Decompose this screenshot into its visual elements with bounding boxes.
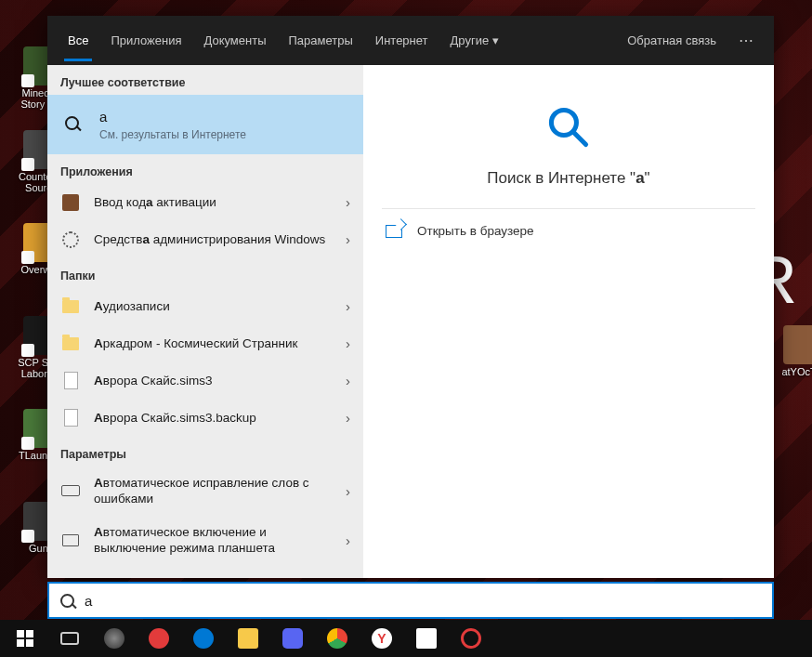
tab-documents[interactable]: Документы	[192, 16, 277, 65]
taskbar-app-edge[interactable]	[182, 620, 225, 657]
search-tabs: Все Приложения Документы Параметры Интер…	[47, 16, 774, 65]
taskbar-app-chrome[interactable]	[316, 620, 359, 657]
taskbar-app-record[interactable]	[450, 620, 492, 657]
taskbar: Y	[0, 620, 812, 657]
open-external-icon	[386, 225, 402, 238]
task-view-icon	[60, 632, 79, 645]
section-folders: Папки	[47, 258, 363, 288]
folder-result[interactable]: Аркадром - Космический Странник ›	[47, 325, 363, 362]
taskbar-app[interactable]	[93, 620, 136, 657]
section-apps: Приложения	[47, 154, 363, 184]
preview-title: Поиск в Интернете "a"	[487, 169, 649, 188]
gear-icon	[60, 230, 81, 250]
record-icon	[461, 628, 481, 649]
task-view-button[interactable]	[48, 620, 91, 657]
chevron-right-icon: ›	[346, 410, 350, 426]
taskbar-app-discord[interactable]	[271, 620, 314, 657]
keyboard-icon	[60, 480, 81, 501]
folder-icon	[60, 334, 81, 354]
tab-apps[interactable]: Приложения	[99, 16, 192, 65]
tab-web[interactable]: Интернет	[364, 16, 439, 65]
folder-icon	[60, 296, 81, 317]
tab-settings[interactable]: Параметры	[277, 16, 363, 65]
windows-icon	[17, 630, 33, 647]
tablet-icon	[60, 530, 81, 550]
search-icon	[60, 112, 86, 138]
opera-icon	[149, 628, 169, 649]
feedback-link[interactable]: Обратная связь	[620, 33, 724, 47]
chevron-right-icon: ›	[346, 194, 350, 210]
setting-result[interactable]: Автоматическое включение и выключение ре…	[47, 516, 363, 565]
file-result[interactable]: Аврора Скайс.sims3 ›	[47, 362, 363, 400]
app-result[interactable]: Средства администрирования Windows ›	[47, 221, 363, 258]
desktop-icon[interactable]: atYOcT...	[769, 325, 812, 377]
chevron-right-icon: ›	[346, 298, 350, 314]
taskbar-app-store[interactable]	[405, 620, 448, 657]
search-input[interactable]	[85, 593, 763, 609]
app-icon	[104, 628, 124, 649]
discord-icon	[282, 628, 303, 649]
taskbar-app-explorer[interactable]	[227, 620, 269, 657]
taskbar-app-opera[interactable]	[138, 620, 180, 657]
taskbar-app-yandex[interactable]: Y	[360, 620, 403, 657]
svg-line-1	[573, 132, 586, 145]
search-box[interactable]	[47, 582, 774, 619]
chevron-right-icon: ›	[346, 335, 350, 351]
chrome-icon	[327, 628, 347, 649]
chevron-right-icon: ›	[346, 373, 350, 388]
chevron-right-icon: ›	[346, 532, 350, 548]
options-menu-icon[interactable]: ⋯	[729, 32, 765, 49]
folder-icon	[238, 628, 258, 649]
store-icon	[416, 628, 437, 649]
setting-result[interactable]: Автоматическое исправление слов с ошибка…	[47, 466, 363, 516]
start-search-panel: Все Приложения Документы Параметры Интер…	[47, 16, 774, 578]
file-icon	[60, 371, 81, 391]
app-result[interactable]: Ввод кода активации ›	[47, 184, 363, 221]
yandex-icon: Y	[372, 628, 392, 649]
best-match-result[interactable]: a См. результаты в Интернете	[47, 95, 363, 154]
chevron-right-icon: ›	[346, 483, 350, 499]
file-icon	[60, 408, 81, 428]
chevron-down-icon: ▾	[492, 33, 499, 47]
section-best-match: Лучшее соответствие	[47, 65, 363, 95]
search-icon	[59, 592, 75, 609]
start-button[interactable]	[4, 620, 46, 657]
section-settings: Параметры	[47, 437, 363, 466]
edge-icon	[193, 628, 214, 649]
search-large-icon	[544, 102, 594, 156]
results-list: Лучшее соответствие a См. результаты в И…	[47, 65, 363, 578]
app-icon	[60, 192, 81, 213]
chevron-right-icon: ›	[346, 231, 350, 247]
tab-all[interactable]: Все	[57, 16, 99, 65]
folder-result[interactable]: Аудиозаписи ›	[47, 288, 363, 325]
open-in-browser[interactable]: Открыть в браузере	[363, 209, 774, 253]
preview-pane: Поиск в Интернете "a" Открыть в браузере	[363, 65, 774, 578]
tab-more[interactable]: Другие▾	[439, 16, 511, 65]
file-result[interactable]: Аврора Скайс.sims3.backup ›	[47, 400, 363, 437]
